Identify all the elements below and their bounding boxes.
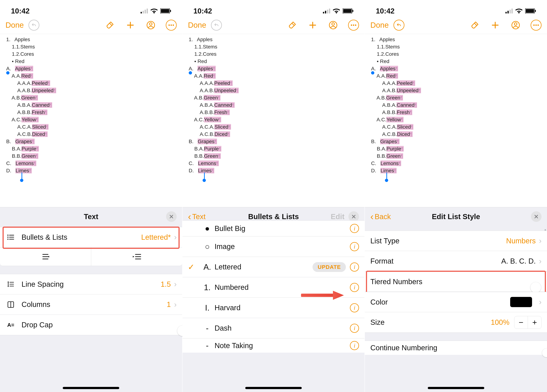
color-swatch[interactable] <box>510 297 532 307</box>
home-indicator[interactable] <box>63 387 119 389</box>
style-option-numbered[interactable]: 1. Numbered i <box>183 277 365 298</box>
columns-row[interactable]: Columns 1 › <box>0 294 182 315</box>
style-option-note-taking[interactable]: - Note Taking i <box>183 339 365 353</box>
chevron-left-icon: ‹ <box>370 211 373 222</box>
size-label: Size <box>370 318 384 326</box>
line-spacing-label: Line Spacing <box>21 280 64 288</box>
done-button[interactable]: Done <box>6 21 24 29</box>
selection-caret-end[interactable] <box>204 173 205 179</box>
back-button[interactable]: ‹ Back <box>370 211 391 222</box>
undo-button[interactable] <box>28 20 39 31</box>
svg-point-16 <box>332 23 335 25</box>
format-row[interactable]: Format A. B. C. D. › <box>365 251 547 272</box>
svg-point-8 <box>7 235 8 236</box>
update-button[interactable]: UPDATE <box>313 262 346 272</box>
line-spacing-value: 1.5 <box>161 280 171 288</box>
collaborate-icon[interactable] <box>510 20 521 31</box>
bullets-lists-value: Lettered* <box>141 233 171 241</box>
document-body[interactable]: 1. Apples 1.1.Stems 1.2.Cores • Red A. A… <box>365 34 547 207</box>
insert-button[interactable] <box>490 20 501 31</box>
svg-point-18 <box>353 24 354 26</box>
chevron-right-icon: › <box>539 298 541 306</box>
status-bar: 10:42 <box>365 0 547 16</box>
collaborate-icon[interactable] <box>145 20 156 31</box>
drop-cap-label: Drop Cap <box>21 321 53 329</box>
battery-icon <box>343 8 354 13</box>
document-body[interactable]: 1. Apples 1.1.Stems 1.2.Cores • Red A. A… <box>183 34 365 207</box>
svg-point-7 <box>172 24 174 26</box>
screenshot-3: 10:42 Done 1. Apples 1.1.Stems 1.2. <box>365 0 547 392</box>
style-option-harvard[interactable]: I. Harvard i <box>183 298 365 318</box>
size-row: Size 100% − + <box>365 312 547 333</box>
close-panel-button[interactable] <box>531 211 541 222</box>
style-label: Image <box>215 242 346 251</box>
undo-button[interactable] <box>393 20 404 31</box>
close-panel-button[interactable] <box>166 211 177 222</box>
undo-button[interactable] <box>211 20 222 31</box>
selection-handle-start[interactable] <box>189 71 192 74</box>
format-brush-icon[interactable] <box>104 20 116 31</box>
status-icons <box>141 8 171 14</box>
info-button[interactable]: i <box>350 324 359 333</box>
cellular-icon <box>141 9 148 13</box>
panel-title: Bullets & Lists <box>248 213 299 221</box>
style-option-image[interactable]: ○ Image i <box>183 236 365 257</box>
size-decrease-button[interactable]: − <box>514 316 528 329</box>
insert-button[interactable] <box>307 20 318 31</box>
selection-caret-end[interactable] <box>21 173 22 179</box>
format-brush-icon[interactable] <box>287 20 298 31</box>
more-button[interactable] <box>348 20 359 31</box>
list-icon <box>6 232 16 242</box>
svg-point-5 <box>169 24 170 26</box>
status-bar: 10:42 <box>0 0 182 16</box>
document-body[interactable]: 1. Apples 1.1.Stems 1.2.Cores • Red A. A… <box>0 34 182 207</box>
selection-handle-end[interactable] <box>20 179 23 182</box>
selection-handle-end[interactable] <box>385 179 388 182</box>
home-indicator[interactable] <box>428 387 484 389</box>
size-stepper: − + <box>514 316 541 329</box>
info-button[interactable]: i <box>350 242 359 251</box>
size-increase-button[interactable]: + <box>528 316 541 329</box>
info-button[interactable]: i <box>350 283 359 292</box>
style-label: Harvard <box>215 304 346 312</box>
style-label: Note Taking <box>215 342 346 350</box>
selection-caret-end[interactable] <box>386 173 387 179</box>
insert-button[interactable] <box>125 20 136 31</box>
edit-button[interactable]: Edit <box>331 213 345 221</box>
screenshot-1: 10:42 Done <box>0 0 183 392</box>
home-indicator[interactable] <box>245 387 302 389</box>
selection-handle-end[interactable] <box>203 179 206 182</box>
collaborate-icon[interactable] <box>328 20 339 31</box>
bullets-lists-row[interactable]: Bullets & Lists Lettered* › <box>0 227 182 247</box>
done-button[interactable]: Done <box>370 21 389 29</box>
list-type-row[interactable]: List Type Numbers › <box>365 231 547 251</box>
chevron-right-icon: › <box>174 280 177 289</box>
info-button[interactable]: i <box>350 303 359 312</box>
battery-icon <box>525 8 536 13</box>
selection-handle-start[interactable] <box>6 71 9 74</box>
style-option-dash[interactable]: - Dash i <box>183 318 365 339</box>
color-row[interactable]: Color › <box>365 292 547 312</box>
info-button[interactable]: i <box>350 224 359 233</box>
format-brush-icon[interactable] <box>469 20 480 31</box>
info-button[interactable]: i <box>350 262 359 272</box>
line-spacing-row[interactable]: Line Spacing 1.5 › <box>0 274 182 294</box>
style-glyph: ○ <box>200 242 215 251</box>
more-button[interactable] <box>531 20 541 31</box>
panel-title: Edit List Style <box>432 213 480 221</box>
more-button[interactable] <box>166 20 177 31</box>
chevron-right-icon: › <box>539 257 541 266</box>
style-glyph: 1. <box>200 283 215 292</box>
columns-value: 1 <box>167 300 171 309</box>
info-button[interactable]: i <box>350 341 359 350</box>
editor-toolbar: Done <box>183 16 365 34</box>
status-bar: 10:42 <box>183 0 365 16</box>
done-button[interactable]: Done <box>188 21 206 29</box>
editor-toolbar: Done <box>365 16 547 34</box>
style-label: Lettered <box>215 263 313 271</box>
format-panel-bullets-lists: ‹ Text Bullets & Lists Edit ● Bullet Big… <box>183 207 365 392</box>
style-option-bullet-big[interactable]: ● Bullet Big i <box>183 220 365 236</box>
outdent-button[interactable] <box>0 247 91 266</box>
indent-button[interactable] <box>91 247 182 266</box>
style-option-lettered[interactable]: ✓ A. Lettered UPDATE i <box>183 257 365 277</box>
